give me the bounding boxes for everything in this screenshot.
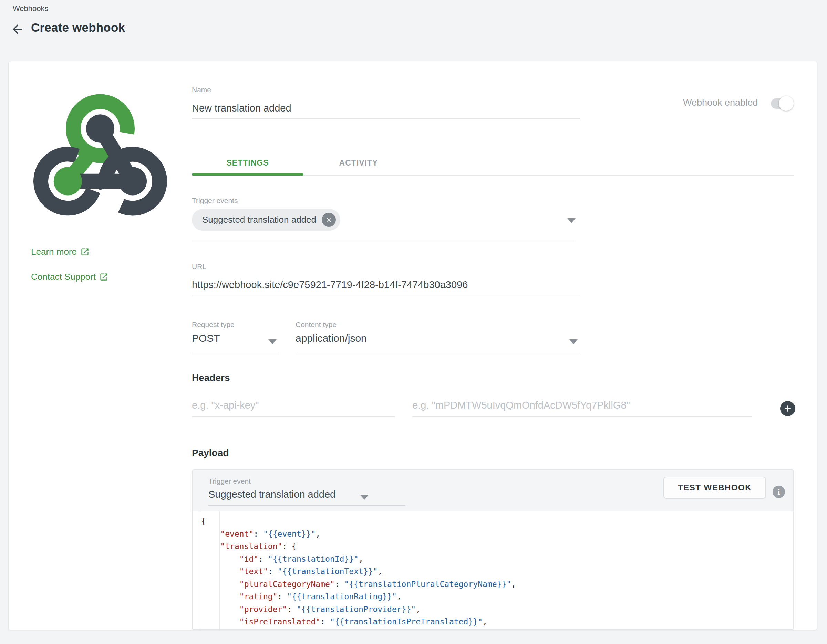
content-type-dropdown-icon[interactable]	[570, 339, 577, 344]
page-title: Create webhook	[31, 21, 125, 34]
payload-panel-header: Trigger event Suggested translation adde…	[192, 470, 793, 512]
code-line: {	[201, 515, 793, 528]
trigger-event-select[interactable]: Suggested translation added	[208, 489, 335, 500]
code-line: "provider": "{{translationProvider}}",	[201, 603, 793, 616]
request-type-label: Request type	[192, 320, 234, 329]
trigger-event-chip[interactable]: Suggested translation added	[192, 209, 340, 230]
back-arrow-icon[interactable]	[10, 22, 25, 36]
chip-label: Suggested translation added	[202, 215, 316, 225]
payload-code-editor[interactable]: { "event": "{{event}}", "translation": {…	[192, 512, 793, 629]
header-value-input[interactable]	[412, 394, 752, 417]
contact-support-label: Contact Support	[31, 272, 96, 282]
content-type-label: Content type	[295, 320, 337, 329]
name-input[interactable]	[192, 98, 580, 119]
plus-icon	[783, 403, 793, 414]
toggle-knob[interactable]	[779, 96, 794, 111]
external-link-icon	[80, 247, 90, 257]
trigger-event-dropdown-icon[interactable]	[360, 495, 368, 500]
trigger-event-label: Trigger event	[208, 477, 251, 485]
header-key-input[interactable]	[192, 394, 395, 417]
trigger-event-underline	[208, 505, 406, 506]
webhook-logo	[33, 87, 168, 222]
content-type-underline	[295, 353, 580, 353]
info-icon[interactable]: i	[772, 486, 785, 498]
learn-more-link[interactable]: Learn more	[31, 246, 90, 257]
headers-heading: Headers	[192, 372, 230, 383]
breadcrumb[interactable]: Webhooks	[13, 4, 48, 13]
trigger-events-underline	[192, 241, 576, 241]
external-link-icon	[99, 272, 109, 282]
code-line: "text": "{{translationText}}",	[201, 565, 793, 578]
code-line: "id": "{{translationId}}",	[201, 553, 793, 566]
code-line: "isPreTranslated": "{{translationIsPreTr…	[201, 615, 793, 628]
chip-remove-icon[interactable]	[322, 213, 336, 227]
trigger-events-dropdown-icon[interactable]	[567, 218, 576, 223]
code-line: "rating": "{{translationRating}}",	[201, 590, 793, 603]
contact-support-link[interactable]: Contact Support	[31, 272, 109, 282]
code-line: "pluralCategoryName": "{{translationPlur…	[201, 578, 793, 591]
payload-panel: Trigger event Suggested translation adde…	[192, 470, 794, 630]
indent-guide	[200, 512, 200, 629]
request-type-select[interactable]: POST	[192, 333, 220, 344]
code-line: "createdAt": "{{translationCreatedAt}}",	[201, 628, 793, 630]
url-input[interactable]	[192, 275, 580, 296]
learn-more-label: Learn more	[31, 246, 77, 257]
active-tab-indicator	[192, 173, 303, 176]
payload-heading: Payload	[192, 448, 229, 459]
webhook-enabled-label: Webhook enabled	[683, 97, 758, 108]
request-type-dropdown-icon[interactable]	[268, 339, 276, 344]
name-label: Name	[192, 86, 211, 94]
payload-json: { "event": "{{event}}", "translation": {…	[201, 515, 793, 629]
tab-activity[interactable]: ACTIVITY	[303, 152, 414, 173]
code-line: "event": "{{event}}",	[201, 528, 793, 540]
tab-settings[interactable]: SETTINGS	[192, 152, 303, 173]
trigger-events-label: Trigger events	[192, 196, 238, 205]
add-header-button[interactable]	[780, 401, 795, 416]
test-webhook-button[interactable]: TEST WEBHOOK	[663, 477, 766, 499]
request-type-underline	[192, 353, 279, 353]
code-line: "translation": {	[201, 540, 793, 553]
url-label: URL	[192, 263, 206, 271]
content-type-select[interactable]: application/json	[295, 333, 367, 344]
